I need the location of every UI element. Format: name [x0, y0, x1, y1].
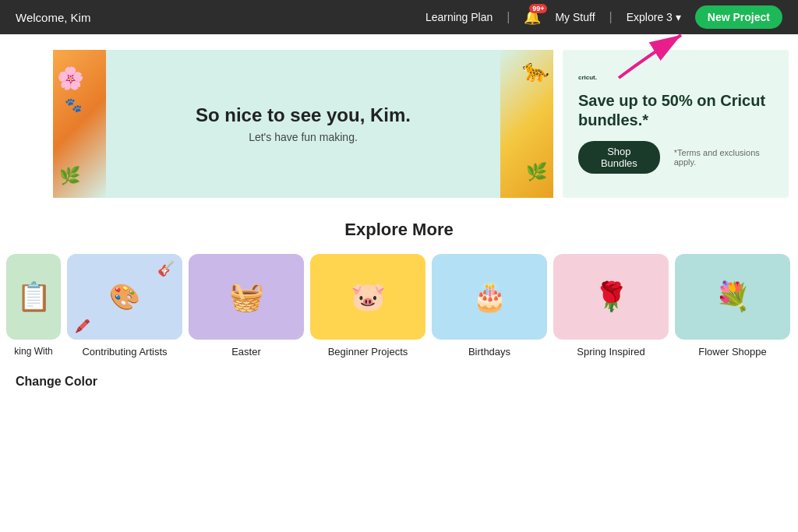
hero-banner: 🌸 🌿 🐾 🐆 🌿 So nice to see you, Kim. Let's…	[53, 50, 553, 198]
welcome-text: Welcome, Kim	[16, 11, 90, 24]
making-with-icon: 📋	[16, 280, 51, 313]
hero-subheading: Let's have fun making.	[196, 131, 411, 143]
card-birthdays[interactable]: 🎂 Birthdays	[432, 254, 547, 358]
hero-section: 🌸 🌿 🐾 🐆 🌿 So nice to see you, Kim. Let's…	[0, 50, 798, 198]
change-color-heading: Change Color	[0, 358, 798, 389]
explore-more-title: Explore More	[0, 220, 798, 240]
ad-terms: *Terms and exclusions apply.	[674, 148, 773, 167]
cricut-logo: cricut.	[578, 67, 773, 83]
card-img-contributing-artists: 🎨 🎸 🖍️	[67, 254, 182, 340]
card-spring-inspired[interactable]: 🌹 Spring Inspired	[553, 254, 669, 358]
ad-title: Save up to 50% on Cricut bundles.*	[578, 91, 773, 130]
hero-heading: So nice to see you, Kim.	[196, 104, 411, 126]
card-img-birthdays: 🎂	[432, 254, 547, 340]
card-label-spring-inspired: Spring Inspired	[553, 346, 669, 358]
notification-bell[interactable]: 🔔 99+	[524, 9, 541, 26]
card-label-making-with: king With	[6, 346, 61, 357]
card-img-flower-shoppe: 💐	[675, 254, 790, 340]
nav-right: Learning Plan | 🔔 99+ My Stuff | Explore…	[425, 5, 782, 29]
card-making-with[interactable]: 📋 king With	[6, 254, 61, 358]
card-img-spring-inspired: 🌹	[553, 254, 669, 340]
card-beginner-projects[interactable]: 🐷 Beginner Projects	[310, 254, 425, 358]
navbar: Welcome, Kim Learning Plan | 🔔 99+ My St…	[0, 0, 798, 34]
notification-badge: 99+	[529, 4, 547, 13]
hero-text: So nice to see you, Kim. Let's have fun …	[196, 104, 411, 143]
card-label-birthdays: Birthdays	[432, 346, 547, 358]
new-project-button[interactable]: New Project	[695, 5, 782, 29]
hero-deco-right: 🐆 🌿	[500, 50, 553, 198]
card-contributing-artists[interactable]: 🎨 🎸 🖍️ Contributing Artists	[67, 254, 182, 358]
learning-plan-link[interactable]: Learning Plan	[425, 11, 493, 23]
card-label-easter: Easter	[189, 346, 304, 358]
cards-row: 📋 king With 🎨 🎸 🖍️ Contributing Artists	[0, 254, 798, 358]
hero-deco-left: 🌸 🌿 🐾	[53, 50, 106, 198]
card-label-flower-shoppe: Flower Shoppe	[675, 346, 790, 358]
card-easter[interactable]: 🧺 Easter	[189, 254, 304, 358]
explore-section: Explore More 📋 king With 🎨 🎸 🖍️	[0, 198, 798, 358]
card-flower-shoppe[interactable]: 💐 Flower Shoppe	[675, 254, 790, 358]
card-label-beginner-projects: Beginner Projects	[310, 346, 425, 358]
card-img-making-with: 📋	[6, 254, 61, 340]
my-stuff-link[interactable]: My Stuff	[555, 11, 595, 23]
hero-ad: cricut. Save up to 50% on Cricut bundles…	[563, 50, 789, 198]
card-label-contributing-artists: Contributing Artists	[67, 346, 182, 358]
card-img-beginner-projects: 🐷	[310, 254, 425, 340]
chevron-down-icon: ▾	[676, 11, 681, 23]
shop-bundles-button[interactable]: Shop Bundles	[578, 141, 660, 174]
card-img-easter: 🧺	[189, 254, 304, 340]
explore-dropdown[interactable]: Explore 3 ▾	[627, 11, 681, 23]
